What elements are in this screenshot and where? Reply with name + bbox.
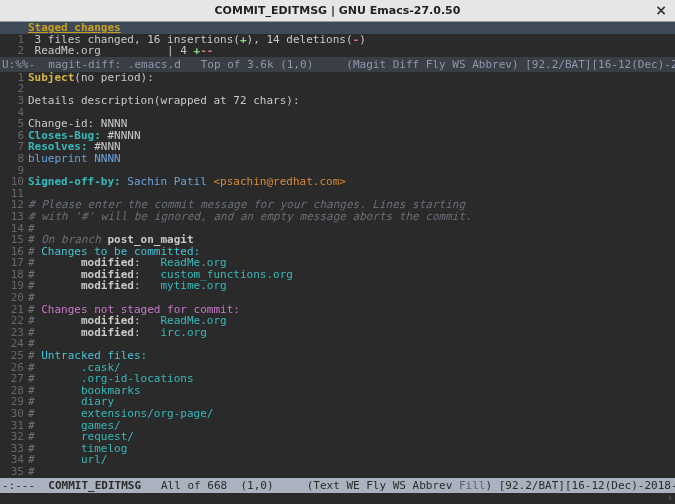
line-number: 1 (0, 72, 28, 83)
close-icon[interactable]: × (655, 3, 667, 17)
line-number: 35 (0, 466, 28, 477)
commit-line[interactable]: 8blueprint NNNN (0, 153, 675, 165)
line-number: 22 (0, 315, 28, 326)
modeline-commit[interactable]: -:--- COMMIT_EDITMSG All of 668 (1,0) (T… (0, 478, 675, 493)
line-number: 8 (0, 153, 28, 164)
diffstat-file[interactable]: 2 ReadMe.org | 4 +-- (0, 45, 675, 57)
line-number: 19 (0, 280, 28, 291)
line-number: 21 (0, 304, 28, 315)
commit-line[interactable]: 19# modified: mytime.org (0, 280, 675, 292)
line-number: 33 (0, 443, 28, 454)
line-number: 25 (0, 350, 28, 361)
line-number: 10 (0, 176, 28, 187)
line-number: 23 (0, 327, 28, 338)
line-number: 13 (0, 211, 28, 222)
line-number: 6 (0, 130, 28, 141)
commit-line[interactable]: 23# modified: irc.org (0, 327, 675, 339)
window-titlebar: COMMIT_EDITMSG | GNU Emacs-27.0.50 × (0, 0, 675, 22)
line-number: 24 (0, 338, 28, 349)
line-number: 27 (0, 373, 28, 384)
scroll-right-icon[interactable]: › (667, 493, 673, 503)
commit-line[interactable]: 10Signed-off-by: Sachin Patil <psachin@r… (0, 176, 675, 188)
line-number: 34 (0, 454, 28, 465)
emacs-frame: Staged changes 1 3 files changed, 16 ins… (0, 22, 675, 504)
line-number: 5 (0, 118, 28, 129)
commit-editmsg-pane[interactable]: 1Subject(no period):23Details descriptio… (0, 72, 675, 478)
line-number: 9 (0, 165, 28, 176)
line-number: 12 (0, 199, 28, 210)
line-number: 7 (0, 141, 28, 152)
line-number: 26 (0, 362, 28, 373)
line-number: 29 (0, 396, 28, 407)
line-number: 20 (0, 292, 28, 303)
commit-line[interactable]: 13# with '#' will be ignored, and an emp… (0, 211, 675, 223)
line-number: 31 (0, 420, 28, 431)
line-number: 2 (0, 83, 28, 94)
window-title: COMMIT_EDITMSG | GNU Emacs-27.0.50 (215, 5, 461, 16)
commit-line[interactable]: 34# url/ (0, 454, 675, 466)
line-number: 4 (0, 107, 28, 118)
commit-line[interactable]: 1Subject(no period): (0, 72, 675, 84)
modeline-diff[interactable]: U:%%- magit-diff: .emacs.d Top of 3.6k (… (0, 57, 675, 72)
line-number: 32 (0, 431, 28, 442)
line-number: 14 (0, 223, 28, 234)
diff-pane[interactable]: Staged changes 1 3 files changed, 16 ins… (0, 22, 675, 57)
commit-line[interactable]: 35# (0, 466, 675, 478)
line-number: 3 (0, 95, 28, 106)
line-number: 16 (0, 246, 28, 257)
line-number: 15 (0, 234, 28, 245)
line-number: 17 (0, 257, 28, 268)
line-number: 28 (0, 385, 28, 396)
minibuffer-area: › (0, 493, 675, 501)
commit-line[interactable]: 3Details description(wrapped at 72 chars… (0, 95, 675, 107)
line-number: 18 (0, 269, 28, 280)
line-number: 30 (0, 408, 28, 419)
line-number: 11 (0, 188, 28, 199)
